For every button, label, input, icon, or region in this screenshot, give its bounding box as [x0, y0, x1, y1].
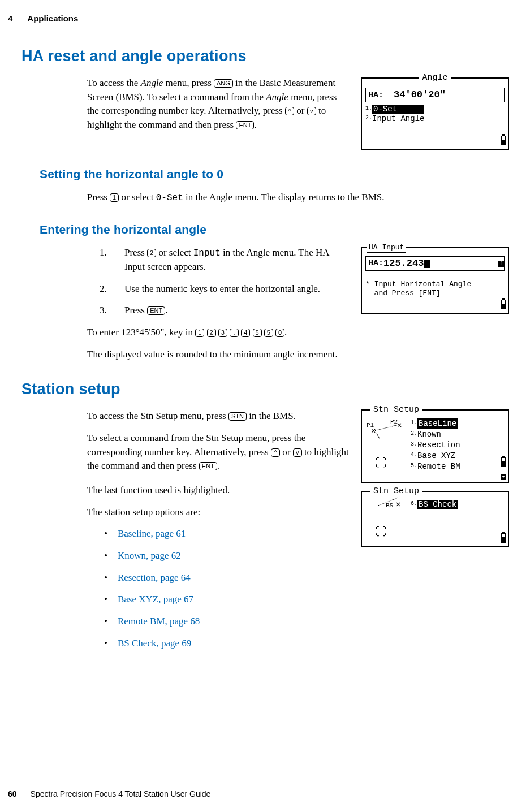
heading-set0: Setting the horizontal angle to 0 — [40, 166, 509, 183]
tripod-icon: ⛶ — [376, 457, 387, 470]
para-set0: Press 1 or select 0-Set in the Angle men… — [87, 191, 509, 205]
link-resection[interactable]: Resection, page 64 — [118, 572, 191, 583]
station-diagram-icon: P1 P2 ✕ ✕ ⛶ — [365, 418, 409, 473]
chapter-title: Applications — [27, 14, 78, 23]
stn-option-links: Baseline, page 61 Known, page 62 Resecti… — [104, 527, 351, 650]
key-down: v — [293, 448, 302, 457]
key-ang: ANG — [214, 79, 233, 88]
key-ent: ENT — [236, 121, 254, 129]
heading-station-setup: Station setup — [21, 378, 509, 400]
key-ent: ENT — [147, 306, 165, 315]
battery-icon — [501, 532, 506, 543]
scroll-down-icon — [501, 474, 506, 480]
key-up: ^ — [285, 107, 294, 115]
battery-icon — [501, 298, 506, 309]
page-number: 60 — [8, 789, 17, 798]
key-down: v — [307, 107, 316, 115]
page-footer: 60Spectra Precision Focus 4 Total Statio… — [8, 788, 210, 800]
enter-ha-steps: 1. Press 2 or select Input in the Angle … — [100, 246, 351, 318]
para-example: To enter 123°45'50", key in 1 2 3 . 4 5 … — [87, 326, 509, 340]
battery-icon — [501, 456, 506, 467]
list-item: 3. Press ENT. — [100, 304, 351, 318]
link-bscheck[interactable]: BS Check, page 69 — [118, 638, 191, 649]
tripod-icon: ⛶ — [376, 526, 387, 539]
link-remotebm[interactable]: Remote BM, page 68 — [118, 616, 200, 627]
lcd-ha-input: HA Input HA:125.243 1 * Input Horizontal… — [361, 247, 509, 314]
lcd-stn-setup-1: Stn Setup P1 P2 ✕ ✕ ⛶ 1.BaseLine — [361, 409, 509, 483]
key-ent: ENT — [199, 462, 217, 470]
battery-icon — [501, 134, 506, 145]
link-known[interactable]: Known, page 62 — [118, 550, 181, 561]
list-item: 1. Press 2 or select Input in the Angle … — [100, 246, 351, 274]
lcd-angle-menu: Angle HA: 34°00'20" 1.0-Set 2.Input Angl… — [361, 77, 509, 150]
key-stn: STN — [228, 412, 247, 421]
key-2: 2 — [147, 249, 156, 257]
link-basexyz[interactable]: Base XYZ, page 67 — [118, 594, 193, 604]
heading-enter-ha: Entering the horizontal angle — [40, 221, 509, 238]
station-diagram-icon: BS ✕ ⛶ — [365, 500, 409, 539]
lcd-stn-setup-2: Stn Setup BS ✕ ⛶ 6.BS Check — [361, 491, 509, 547]
page-header: 4Applications — [8, 12, 509, 25]
stn-para1: To access the Stn Setup menu, press STN … — [87, 409, 351, 424]
stn-para2: To select a command from the Stn Setup m… — [87, 431, 351, 473]
link-baseline[interactable]: Baseline, page 61 — [118, 528, 186, 539]
page-indicator-icon: 1 — [498, 261, 505, 267]
key-1: 1 — [110, 193, 119, 202]
key-up: ^ — [271, 448, 280, 457]
para-rounded: The displayed value is rounded to the mi… — [87, 348, 509, 362]
heading-ha-reset: HA reset and angle operations — [21, 45, 509, 67]
cursor-icon — [424, 260, 430, 268]
guide-title: Spectra Precision Focus 4 Total Station … — [31, 789, 211, 798]
list-item: 2. Use the numeric keys to enter the hor… — [100, 282, 351, 296]
chapter-number: 4 — [8, 14, 12, 23]
intro-paragraph: To access the Angle menu, press ANG in t… — [87, 76, 351, 132]
stn-last: The last function used is highlighted. — [87, 483, 351, 498]
stn-options-lead: The station setup options are: — [87, 506, 351, 520]
